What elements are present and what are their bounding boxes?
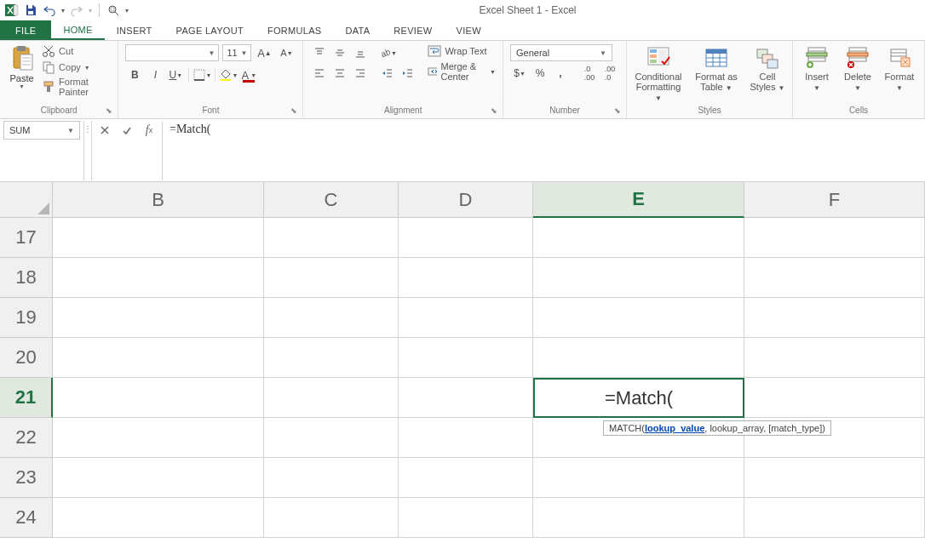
borders-button[interactable]: ▼: [192, 66, 211, 83]
tab-formulas[interactable]: FORMULAS: [256, 20, 334, 40]
insert-function-icon[interactable]: fx: [141, 123, 157, 138]
cell[interactable]: [744, 298, 925, 338]
cell[interactable]: [399, 298, 533, 338]
increase-font-icon[interactable]: A▲: [255, 44, 273, 61]
redo-dropdown-icon[interactable]: ▼: [87, 2, 94, 19]
font-color-button[interactable]: A▼: [239, 66, 258, 83]
number-format-select[interactable]: General▼: [510, 44, 612, 61]
clipboard-launcher-icon[interactable]: ⬊: [106, 106, 116, 117]
row-header-19[interactable]: 19: [0, 298, 53, 338]
save-icon[interactable]: [22, 2, 39, 19]
cell-styles-button[interactable]: Cell Styles ▼: [750, 44, 785, 93]
underline-button[interactable]: U▼: [166, 66, 185, 83]
align-right-icon[interactable]: [351, 65, 370, 82]
cell[interactable]: [533, 258, 744, 298]
cell[interactable]: [53, 338, 264, 378]
font-name-select[interactable]: ▼: [125, 44, 219, 61]
tab-data[interactable]: DATA: [333, 20, 382, 40]
col-header-c[interactable]: C: [264, 182, 399, 218]
print-preview-icon[interactable]: [105, 2, 122, 19]
italic-button[interactable]: I: [146, 66, 164, 83]
number-launcher-icon[interactable]: ⬊: [614, 106, 624, 117]
cell[interactable]: [53, 458, 264, 498]
fill-color-button[interactable]: ▼: [219, 66, 238, 83]
cell[interactable]: [399, 258, 533, 298]
tooltip-current-arg[interactable]: lookup_value: [645, 423, 704, 433]
cell[interactable]: [533, 338, 744, 378]
cell[interactable]: [53, 418, 264, 458]
cell[interactable]: [744, 458, 925, 498]
cut-button[interactable]: Cut: [42, 44, 111, 58]
active-cell-e21[interactable]: =Match( MATCH(lookup_value, lookup_array…: [533, 378, 744, 418]
cell[interactable]: [533, 298, 744, 338]
cell[interactable]: [264, 218, 399, 258]
row-header-24[interactable]: 24: [0, 498, 53, 538]
col-header-b[interactable]: B: [53, 182, 264, 218]
cell[interactable]: [399, 338, 533, 378]
orientation-icon[interactable]: ab▼: [378, 44, 397, 61]
align-middle-icon[interactable]: [330, 44, 349, 61]
cell[interactable]: [53, 378, 264, 418]
row-header-22[interactable]: 22: [0, 418, 53, 458]
format-painter-button[interactable]: Format Painter: [42, 77, 111, 97]
cell[interactable]: [399, 458, 533, 498]
tab-insert[interactable]: INSERT: [105, 20, 164, 40]
paste-button[interactable]: Paste ▼: [7, 44, 37, 89]
decrease-indent-icon[interactable]: [378, 65, 397, 82]
cell[interactable]: [533, 458, 744, 498]
col-header-f[interactable]: F: [744, 182, 925, 218]
bold-button[interactable]: B: [125, 66, 144, 83]
row-header-17[interactable]: 17: [0, 218, 53, 258]
format-cells-button[interactable]: Format▼: [882, 44, 917, 93]
undo-dropdown-icon[interactable]: ▼: [60, 2, 66, 19]
cell[interactable]: [744, 258, 925, 298]
cell[interactable]: [53, 498, 264, 538]
row-header-23[interactable]: 23: [0, 458, 53, 498]
enter-formula-icon[interactable]: [119, 123, 135, 138]
select-all-corner[interactable]: [0, 182, 53, 218]
cell[interactable]: [533, 498, 744, 538]
cell[interactable]: [264, 458, 399, 498]
undo-icon[interactable]: [41, 2, 58, 19]
cell[interactable]: [744, 218, 925, 258]
cell[interactable]: [744, 378, 925, 418]
cell[interactable]: [399, 218, 533, 258]
cell[interactable]: [264, 378, 399, 418]
conditional-formatting-button[interactable]: Conditional Formatting ▼: [634, 44, 683, 103]
formula-input[interactable]: =Match(: [163, 119, 925, 140]
align-left-icon[interactable]: [310, 65, 329, 82]
cell[interactable]: [264, 298, 399, 338]
cell[interactable]: [744, 498, 925, 538]
cell[interactable]: [533, 218, 744, 258]
name-box[interactable]: SUM▼: [3, 121, 80, 140]
row-header-20[interactable]: 20: [0, 338, 53, 378]
insert-cells-button[interactable]: Insert▼: [800, 44, 834, 93]
col-header-d[interactable]: D: [399, 182, 533, 218]
tab-file[interactable]: FILE: [0, 20, 51, 40]
redo-icon[interactable]: [68, 2, 85, 19]
copy-button[interactable]: Copy ▼: [42, 60, 111, 74]
col-header-e[interactable]: E: [533, 182, 744, 218]
alignment-launcher-icon[interactable]: ⬊: [491, 106, 501, 117]
cell[interactable]: [399, 498, 533, 538]
qat-customize-icon[interactable]: ▼: [124, 2, 130, 19]
tab-page-layout[interactable]: PAGE LAYOUT: [164, 20, 256, 40]
percent-format-button[interactable]: %: [531, 65, 549, 82]
comma-format-button[interactable]: ,: [551, 65, 570, 82]
cell[interactable]: [264, 498, 399, 538]
increase-decimal-button[interactable]: .0.00: [580, 65, 599, 82]
decrease-decimal-button[interactable]: .00.0: [600, 65, 619, 82]
cell[interactable]: [744, 338, 925, 378]
cell[interactable]: [53, 218, 264, 258]
tab-review[interactable]: REVIEW: [382, 20, 444, 40]
font-size-select[interactable]: 11▼: [222, 44, 251, 61]
accounting-format-button[interactable]: $▼: [510, 65, 529, 82]
align-center-icon[interactable]: [330, 65, 349, 82]
wrap-text-button[interactable]: Wrap Text: [428, 44, 496, 58]
format-as-table-button[interactable]: Format as Table ▼: [692, 44, 741, 93]
cell[interactable]: [264, 418, 399, 458]
cell[interactable]: [264, 338, 399, 378]
cell[interactable]: [53, 258, 264, 298]
cell[interactable]: [399, 378, 533, 418]
cell[interactable]: [53, 298, 264, 338]
